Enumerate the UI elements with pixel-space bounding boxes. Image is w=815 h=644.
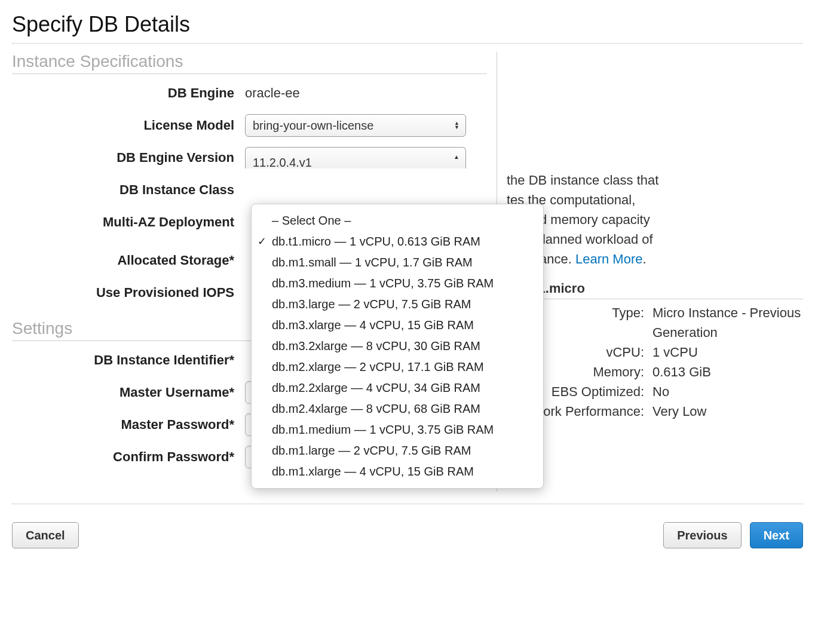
instance-class-dropdown[interactable]: – Select One – db.t1.micro — 1 vCPU, 0.6… bbox=[251, 204, 544, 489]
page-title: Specify DB Details bbox=[12, 12, 803, 37]
dropdown-option[interactable]: db.t1.micro — 1 vCPU, 0.613 GiB RAM bbox=[252, 231, 543, 252]
detail-ebs: EBS Optimized: No bbox=[507, 382, 803, 401]
selected-class-header: : db.t1.micro bbox=[507, 281, 803, 299]
dropdown-option[interactable]: db.m1.xlarge — 4 vCPU, 15 GiB RAM bbox=[252, 461, 543, 482]
row-db-engine: DB Engine oracle-ee bbox=[12, 81, 487, 105]
info-text: the DB instance class that tes the compu… bbox=[507, 170, 803, 269]
label-allocated-storage: Allocated Storage* bbox=[12, 253, 245, 268]
label-db-instance-class: DB Instance Class bbox=[12, 182, 245, 198]
row-db-instance-class: DB Instance Class bbox=[12, 178, 487, 202]
detail-type: Type: Micro Instance - Previous Generati… bbox=[507, 303, 803, 342]
dropdown-option[interactable]: db.m3.large — 2 vCPU, 7.5 GiB RAM bbox=[252, 294, 543, 315]
detail-memory: Memory: 0.613 GiB bbox=[507, 362, 803, 382]
label-use-piops: Use Provisioned IOPS bbox=[12, 285, 245, 300]
next-button[interactable]: Next bbox=[750, 522, 803, 548]
dropdown-option[interactable]: db.m2.xlarge — 2 vCPU, 17.1 GiB RAM bbox=[252, 357, 543, 378]
label-master-username: Master Username* bbox=[12, 385, 245, 400]
select-db-engine-version-value: 11.2.0.4.v1 bbox=[253, 156, 312, 168]
main-container: Instance Specifications DB Engine oracle… bbox=[12, 52, 803, 492]
row-license-model: License Model bring-your-own-license ▲▼ bbox=[12, 114, 487, 137]
footer-divider bbox=[12, 504, 803, 504]
select-db-engine-version[interactable]: 11.2.0.4.v1 ▲ bbox=[245, 147, 466, 168]
label-db-identifier: DB Instance Identifier* bbox=[12, 352, 245, 368]
row-db-engine-version: DB Engine Version 11.2.0.4.v1 ▲ bbox=[12, 146, 487, 170]
dropdown-placeholder[interactable]: – Select One – bbox=[252, 210, 543, 231]
label-db-engine: DB Engine bbox=[12, 85, 245, 101]
value-db-engine: oracle-ee bbox=[245, 85, 300, 101]
label-confirm-password: Confirm Password* bbox=[12, 449, 245, 465]
label-master-password: Master Password* bbox=[12, 417, 245, 433]
dropdown-option[interactable]: db.m3.2xlarge — 8 vCPU, 30 GiB RAM bbox=[252, 336, 543, 357]
footer: Cancel Previous Next bbox=[12, 522, 803, 548]
select-arrows-icon: ▲▼ bbox=[454, 121, 459, 130]
instance-specs-heading: Instance Specifications bbox=[12, 52, 487, 74]
dropdown-option[interactable]: db.m2.4xlarge — 8 vCPU, 68 GiB RAM bbox=[252, 398, 543, 419]
label-license-model: License Model bbox=[12, 118, 245, 133]
label-db-engine-version: DB Engine Version bbox=[12, 150, 245, 165]
label-multi-az: Multi-AZ Deployment bbox=[12, 214, 245, 230]
dropdown-option[interactable]: db.m1.large — 2 vCPU, 7.5 GiB RAM bbox=[252, 440, 543, 461]
arrow-up-icon: ▲ bbox=[454, 154, 459, 160]
dropdown-option[interactable]: db.m1.small — 1 vCPU, 1.7 GiB RAM bbox=[252, 252, 543, 273]
previous-button[interactable]: Previous bbox=[663, 522, 741, 548]
dropdown-option[interactable]: db.m2.2xlarge — 4 vCPU, 34 GiB RAM bbox=[252, 378, 543, 398]
dropdown-option[interactable]: db.m1.medium — 1 vCPU, 3.75 GiB RAM bbox=[252, 419, 543, 440]
select-license-model[interactable]: bring-your-own-license ▲▼ bbox=[245, 114, 466, 137]
detail-vcpu: vCPU: 1 vCPU bbox=[507, 342, 803, 362]
dropdown-option[interactable]: db.m3.xlarge — 4 vCPU, 15 GiB RAM bbox=[252, 315, 543, 336]
divider bbox=[12, 43, 803, 44]
learn-more-link[interactable]: Learn More bbox=[575, 252, 643, 266]
detail-network: Network Performance: Very Low bbox=[507, 401, 803, 421]
select-license-model-value: bring-your-own-license bbox=[253, 119, 373, 133]
cancel-button[interactable]: Cancel bbox=[12, 522, 79, 548]
dropdown-option[interactable]: db.m3.medium — 1 vCPU, 3.75 GiB RAM bbox=[252, 273, 543, 294]
